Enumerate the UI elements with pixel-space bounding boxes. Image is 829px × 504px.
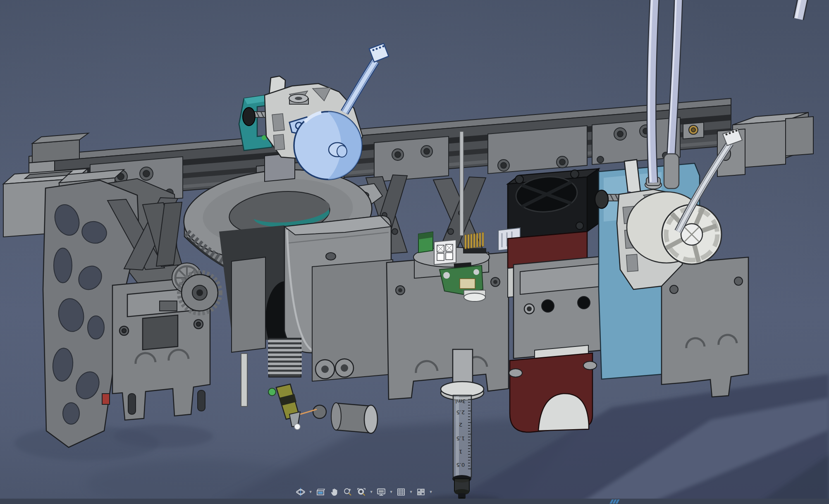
navigation-toolbar[interactable]: ▾ ▾ ▾ bbox=[295, 487, 432, 497]
fit-icon bbox=[356, 487, 366, 497]
look-at-icon bbox=[315, 487, 325, 497]
syringe-label: 3ml bbox=[456, 398, 466, 404]
orbit-button[interactable] bbox=[295, 487, 306, 497]
orbit-icon bbox=[296, 487, 306, 497]
leadscrew[interactable] bbox=[460, 131, 463, 236]
display-settings-button[interactable] bbox=[376, 487, 387, 497]
syringe-label: 0.5 bbox=[456, 462, 465, 468]
viewports-icon bbox=[416, 487, 426, 497]
dock-indicator-red bbox=[102, 394, 110, 404]
nozzle-tip bbox=[294, 424, 300, 430]
laser-shroud[interactable] bbox=[509, 353, 597, 432]
syringe-barrel[interactable]: 3ml 2.5 2 1.5 1 0.5 bbox=[452, 395, 471, 501]
display-settings-dropdown-caret[interactable]: ▾ bbox=[389, 487, 393, 497]
viewports-dropdown-caret[interactable]: ▾ bbox=[429, 487, 432, 497]
orbit-dropdown-caret[interactable]: ▾ bbox=[309, 487, 312, 497]
syringe-label: 1.5 bbox=[456, 435, 465, 442]
fit-button[interactable] bbox=[356, 487, 367, 497]
viewport-canvas[interactable]: 3ml 2.5 2 1.5 1 0.5 bbox=[0, 0, 829, 504]
syringe-label: 1 bbox=[459, 449, 462, 455]
syringe-label: 2 bbox=[459, 422, 462, 428]
layout-grid-dropdown-caret[interactable]: ▾ bbox=[409, 487, 413, 497]
cooling-fan[interactable] bbox=[508, 169, 599, 239]
fit-dropdown-caret[interactable]: ▾ bbox=[370, 487, 373, 497]
heatsink[interactable] bbox=[268, 338, 302, 377]
cad-viewport[interactable]: 3ml 2.5 2 1.5 1 0.5 bbox=[0, 0, 829, 504]
layout-grid-button[interactable] bbox=[396, 487, 406, 497]
bottom-band bbox=[0, 499, 829, 504]
brand-slashes-logo bbox=[611, 499, 619, 504]
syringe-label: 2.5 bbox=[456, 409, 465, 416]
look-at-button[interactable] bbox=[315, 487, 326, 497]
zoom-button[interactable] bbox=[342, 487, 353, 497]
pan-button[interactable] bbox=[329, 487, 339, 497]
dc-motor[interactable] bbox=[331, 403, 377, 433]
layout-grid-icon bbox=[396, 487, 406, 497]
display-settings-icon bbox=[376, 487, 386, 497]
viewports-button[interactable] bbox=[416, 487, 426, 497]
pan-hand-icon bbox=[329, 487, 339, 497]
zoom-icon bbox=[343, 487, 353, 497]
probe-led bbox=[268, 388, 276, 396]
